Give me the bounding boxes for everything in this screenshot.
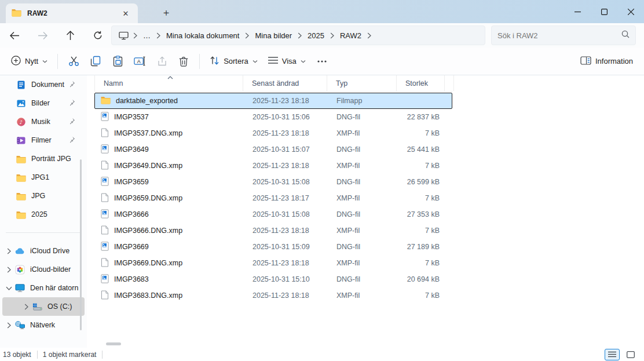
view-button[interactable]: Visa [263,51,311,72]
file-row-imgp3537[interactable]: IMGP35372025-10-31 15:06DNG-fil22 837 kB [94,109,452,125]
search-icon[interactable] [621,30,630,41]
column-header-spacer [445,75,454,91]
rename-button[interactable]: A [129,51,151,72]
sidebar-item-den-här-datorn[interactable]: Den här datorn [2,279,85,297]
file-name: IMGP3669.DNG.xmp [114,259,182,267]
chevron-right-icon[interactable] [2,322,15,329]
maximize-button[interactable] [591,0,617,23]
search-input[interactable] [497,31,621,40]
column-header-type[interactable]: Typ [327,75,397,91]
refresh-button[interactable] [88,25,108,45]
dng-file-icon [101,209,109,220]
chevron-right-icon[interactable] [2,267,15,273]
selected-count: 1 objekt markerat [40,351,100,359]
new-button-label: Nytt [25,57,38,65]
chevron-down-icon[interactable] [2,286,15,290]
file-type: XMP-fil [328,291,397,300]
chevron-right-icon[interactable] [20,304,32,310]
paste-button[interactable] [107,51,129,72]
sort-ascending-icon [167,73,173,81]
back-button[interactable] [5,25,24,45]
breadcrumb-chevron-icon[interactable] [328,32,336,39]
file-row-imgp3659.dng.xmp[interactable]: IMGP3659.DNG.xmp2025-11-23 18:17XMP-fil7… [94,190,452,206]
svg-text:A: A [137,59,141,64]
plus-circle-icon [11,56,21,67]
sidebar-scrollbar[interactable] [80,159,82,330]
file-size: 7 kB [397,259,445,267]
thumbnails-view-toggle[interactable] [623,349,638,360]
chevron-down-icon [253,60,258,63]
sort-button[interactable]: Sortera [204,51,263,72]
sidebar-item-musik[interactable]: ♪Musik [2,112,85,131]
dng-file-icon [101,112,109,123]
file-type: DNG-fil [328,243,397,251]
new-button[interactable]: Nytt [6,51,53,72]
file-name: IMGP3659.DNG.xmp [114,194,182,202]
sidebar-item-icloud-drive[interactable]: iCloud Drive [2,242,85,260]
copy-button[interactable] [85,51,107,72]
explorer-tab[interactable]: RAW2 ✕ [6,3,138,23]
sidebar-item-nätverk[interactable]: Nätverk [2,316,85,334]
sidebar-item-dokument[interactable]: Dokument [2,75,85,94]
file-row-imgp3669[interactable]: IMGP36692025-10-31 15:09DNG-fil27 189 kB [94,239,452,255]
file-row-imgp3669.dng.xmp[interactable]: IMGP3669.DNG.xmp2025-11-23 18:18XMP-fil7… [94,255,452,271]
close-button[interactable] [617,0,644,23]
file-name: IMGP3537 [114,113,149,121]
file-row-imgp3683.dng.xmp[interactable]: IMGP3683.DNG.xmp2025-11-23 18:18XMP-fil7… [94,287,452,304]
cut-button[interactable] [63,51,85,72]
sidebar-item-icloud-bilder[interactable]: iCloud-bilder [2,260,85,279]
pictures-icon [16,99,26,108]
file-row-imgp3683[interactable]: IMGP36832025-10-31 15:10DNG-fil20 694 kB [94,271,452,287]
sidebar-item-bilder[interactable]: Bilder [2,94,85,112]
breadcrumb-chevron-icon[interactable] [365,32,374,39]
horizontal-scrollbar[interactable] [106,342,121,345]
column-headers: Namn Senast ändrad Typ Storlek [94,75,452,92]
column-header-size[interactable]: Storlek [397,75,445,91]
file-row-imgp3666[interactable]: IMGP36662025-10-31 15:08DNG-fil27 353 kB [94,206,452,223]
details-view-toggle[interactable] [605,349,620,360]
sidebar-item-jpg1[interactable]: JPG1 [2,168,85,187]
search-box[interactable] [491,25,636,45]
xmp-file-icon [101,128,109,139]
breadcrumb-item[interactable]: RAW2 [336,30,365,42]
minimize-button[interactable] [564,0,591,23]
view-lines-icon [268,56,278,66]
up-button[interactable] [60,25,80,45]
breadcrumb-chevron-icon[interactable] [131,32,140,39]
file-row-imgp3649.dng.xmp[interactable]: IMGP3649.DNG.xmp2025-11-23 18:18XMP-fil7… [94,158,452,174]
file-modified: 2025-10-31 15:09 [244,243,328,251]
breadcrumb-chevron-icon[interactable] [295,32,304,39]
file-type: XMP-fil [328,194,397,202]
column-header-modified[interactable]: Senast ändrad [243,75,327,91]
information-button[interactable]: Information [575,51,638,72]
sidebar-item-porträtt-jpg[interactable]: Porträtt JPG [2,149,85,168]
share-button[interactable] [151,51,173,72]
breadcrumb-chevron-icon[interactable] [243,32,251,39]
breadcrumb-item[interactable]: … [140,30,154,42]
breadcrumb-item[interactable]: Mina bilder [251,30,295,42]
breadcrumb-chevron-icon[interactable] [154,32,163,39]
sidebar-item-2025[interactable]: 2025 [2,205,85,224]
address-bar[interactable]: …Mina lokala dokumentMina bilder2025RAW2 [111,25,485,45]
file-row-imgp3659[interactable]: IMGP36592025-10-31 15:08DNG-fil26 599 kB [94,174,452,190]
file-modified: 2025-11-23 18:17 [244,194,328,202]
file-row-darktable_exported[interactable]: darktable_exported2025-11-23 18:18Filmap… [94,93,452,109]
breadcrumb-item[interactable]: 2025 [304,30,328,42]
file-row-imgp3649[interactable]: IMGP36492025-10-31 15:07DNG-fil25 441 kB [94,141,452,158]
new-tab-button[interactable]: ＋ [158,5,175,20]
tab-close-icon[interactable]: ✕ [119,7,132,20]
chevron-right-icon[interactable] [2,248,15,254]
column-header-name[interactable]: Namn [94,75,243,91]
this-pc-icon[interactable] [116,31,131,40]
sidebar-item-os-c-[interactable]: OS (C:) [2,297,85,316]
forward-button[interactable] [32,25,52,45]
file-row-imgp3666.dng.xmp[interactable]: IMGP3666.DNG.xmp2025-11-23 18:18XMP-fil7… [94,223,452,239]
sidebar-item-filmer[interactable]: Filmer [2,131,85,149]
delete-button[interactable] [173,51,195,72]
more-options-button[interactable] [311,51,333,72]
file-row-imgp3537.dng.xmp[interactable]: IMGP3537.DNG.xmp2025-11-23 18:18XMP-fil7… [94,125,452,141]
sidebar-item-jpg[interactable]: JPG [2,187,85,205]
sidebar-item-label: Musik [31,118,50,126]
pin-icon [68,81,75,89]
breadcrumb-item[interactable]: Mina lokala dokument [163,30,243,42]
